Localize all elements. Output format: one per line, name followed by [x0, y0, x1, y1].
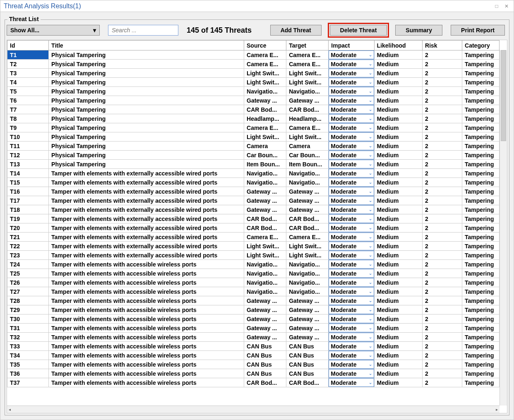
impact-dropdown[interactable]: Moderate⌄ — [329, 142, 374, 150]
cell-category: Tampering — [462, 296, 500, 305]
col-header-title[interactable]: Title — [49, 41, 244, 50]
col-header-impact[interactable]: Impact — [329, 41, 374, 50]
table-row[interactable]: T37Tamper with elements with accessible … — [7, 378, 500, 387]
table-row[interactable]: T6Physical TamperingGateway ...Gateway .… — [7, 96, 500, 105]
table-row[interactable]: T5Physical TamperingNavigatio...Navigati… — [7, 87, 500, 96]
impact-dropdown[interactable]: Moderate⌄ — [329, 178, 374, 187]
table-row[interactable]: T36Tamper with elements with accessible … — [7, 369, 500, 378]
impact-dropdown[interactable]: Moderate⌄ — [329, 50, 374, 59]
col-header-id[interactable]: Id — [7, 41, 49, 50]
table-row[interactable]: T33Tamper with elements with accessible … — [7, 342, 500, 351]
table-row[interactable]: T9Physical TamperingCamera E...Camera E.… — [7, 123, 500, 132]
search-input[interactable] — [108, 25, 178, 36]
impact-dropdown[interactable]: Moderate⌄ — [329, 378, 374, 387]
scroll-left-icon[interactable]: ◂ — [9, 407, 11, 412]
print-report-button[interactable]: Print Report — [451, 25, 505, 36]
impact-dropdown[interactable]: Moderate⌄ — [329, 187, 374, 196]
impact-dropdown[interactable]: Moderate⌄ — [329, 260, 374, 269]
impact-dropdown[interactable]: Moderate⌄ — [329, 278, 374, 287]
cell-title: Tamper with elements with accessible wir… — [49, 296, 244, 305]
impact-dropdown[interactable]: Moderate⌄ — [329, 87, 374, 96]
table-row[interactable]: T14Tamper with elements with externally … — [7, 169, 500, 178]
table-row[interactable]: T26Tamper with elements with accessible … — [7, 278, 500, 287]
table-row[interactable]: T10Physical TamperingLight Swit...Light … — [7, 132, 500, 142]
table-row[interactable]: T21Tamper with elements with externally … — [7, 233, 500, 242]
cell-category: Tampering — [462, 324, 500, 333]
table-row[interactable]: T3Physical TamperingLight Swit...Light S… — [7, 69, 500, 78]
impact-dropdown[interactable]: Moderate⌄ — [329, 69, 374, 77]
vertical-scrollbar[interactable] — [500, 50, 507, 406]
impact-dropdown[interactable]: Moderate⌄ — [329, 223, 374, 232]
table-row[interactable]: T23Tamper with elements with externally … — [7, 251, 500, 260]
close-icon[interactable]: ✕ — [503, 2, 510, 10]
impact-dropdown[interactable]: Moderate⌄ — [329, 205, 374, 214]
table-row[interactable]: T22Tamper with elements with externally … — [7, 242, 500, 251]
table-row[interactable]: T28Tamper with elements with accessible … — [7, 296, 500, 305]
impact-dropdown[interactable]: Moderate⌄ — [329, 214, 374, 223]
table-row[interactable]: T1Physical TamperingCamera E...Camera E.… — [7, 50, 500, 60]
table-row[interactable]: T31Tamper with elements with accessible … — [7, 324, 500, 333]
cell-target: Camera — [286, 142, 329, 151]
table-row[interactable]: T17Tamper with elements with externally … — [7, 196, 500, 205]
impact-dropdown[interactable]: Moderate⌄ — [329, 60, 374, 68]
table-row[interactable]: T12Physical TamperingCar Boun...Car Boun… — [7, 151, 500, 160]
vertical-scrollbar-thumb[interactable] — [501, 50, 506, 141]
impact-dropdown[interactable]: Moderate⌄ — [329, 369, 374, 378]
impact-dropdown[interactable]: Moderate⌄ — [329, 296, 374, 305]
horizontal-scrollbar[interactable]: ◂ ▸ — [7, 406, 500, 413]
table-row[interactable]: T35Tamper with elements with accessible … — [7, 360, 500, 369]
impact-dropdown[interactable]: Moderate⌄ — [329, 251, 374, 259]
col-header-likelihood[interactable]: Likelihood — [374, 41, 422, 50]
scroll-right-icon[interactable]: ▸ — [496, 407, 498, 412]
table-row[interactable]: T34Tamper with elements with accessible … — [7, 351, 500, 360]
table-row[interactable]: T8Physical TamperingHeadlamp...Headlamp.… — [7, 114, 500, 123]
col-header-target[interactable]: Target — [286, 41, 329, 50]
table-row[interactable]: T25Tamper with elements with accessible … — [7, 269, 500, 278]
table-row[interactable]: T7Physical TamperingCAR Bod...CAR Bod...… — [7, 105, 500, 114]
table-row[interactable]: T24Tamper with elements with accessible … — [7, 260, 500, 269]
col-header-category[interactable]: Category — [462, 41, 500, 50]
table-row[interactable]: T30Tamper with elements with accessible … — [7, 314, 500, 324]
impact-dropdown[interactable]: Moderate⌄ — [329, 96, 374, 105]
impact-dropdown[interactable]: Moderate⌄ — [329, 342, 374, 350]
col-header-risk[interactable]: Risk — [423, 41, 462, 50]
table-row[interactable]: T13Physical TamperingItem Boun...Item Bo… — [7, 160, 500, 169]
impact-dropdown[interactable]: Moderate⌄ — [329, 105, 374, 114]
table-row[interactable]: T11Physical TamperingCameraCameraModerat… — [7, 142, 500, 151]
impact-dropdown[interactable]: Moderate⌄ — [329, 287, 374, 296]
table-row[interactable]: T27Tamper with elements with accessible … — [7, 287, 500, 296]
table-row[interactable]: T2Physical TamperingCamera E...Camera E.… — [7, 60, 500, 69]
impact-dropdown[interactable]: Moderate⌄ — [329, 305, 374, 314]
col-header-source[interactable]: Source — [244, 41, 286, 50]
table-row[interactable]: T18Tamper with elements with externally … — [7, 205, 500, 214]
impact-dropdown[interactable]: Moderate⌄ — [329, 151, 374, 159]
add-threat-button[interactable]: Add Threat — [270, 25, 322, 36]
impact-dropdown[interactable]: Moderate⌄ — [329, 169, 374, 178]
impact-dropdown[interactable]: Moderate⌄ — [329, 160, 374, 168]
summary-button[interactable]: Summary — [395, 25, 442, 36]
table-row[interactable]: T16Tamper with elements with externally … — [7, 187, 500, 196]
impact-dropdown[interactable]: Moderate⌄ — [329, 132, 374, 141]
impact-dropdown[interactable]: Moderate⌄ — [329, 324, 374, 332]
maximize-icon[interactable]: □ — [493, 2, 500, 10]
impact-dropdown[interactable]: Moderate⌄ — [329, 269, 374, 278]
cell-likelihood: Medium — [374, 296, 422, 305]
impact-dropdown[interactable]: Moderate⌄ — [329, 351, 374, 360]
filter-dropdown[interactable]: Show All... ▾ — [7, 25, 100, 36]
impact-dropdown[interactable]: Moderate⌄ — [329, 333, 374, 341]
table-row[interactable]: T4Physical TamperingLight Swit...Light S… — [7, 78, 500, 87]
table-row[interactable]: T19Tamper with elements with externally … — [7, 214, 500, 223]
impact-dropdown[interactable]: Moderate⌄ — [329, 242, 374, 250]
impact-dropdown[interactable]: Moderate⌄ — [329, 314, 374, 323]
impact-dropdown[interactable]: Moderate⌄ — [329, 233, 374, 241]
table-row[interactable]: T29Tamper with elements with accessible … — [7, 305, 500, 314]
table-row[interactable]: T32Tamper with elements with accessible … — [7, 333, 500, 342]
impact-dropdown[interactable]: Moderate⌄ — [329, 123, 374, 132]
delete-threat-button[interactable]: Delete Threat — [330, 25, 387, 36]
impact-dropdown[interactable]: Moderate⌄ — [329, 196, 374, 205]
impact-dropdown[interactable]: Moderate⌄ — [329, 360, 374, 369]
impact-dropdown[interactable]: Moderate⌄ — [329, 78, 374, 86]
table-row[interactable]: T15Tamper with elements with externally … — [7, 178, 500, 187]
impact-dropdown[interactable]: Moderate⌄ — [329, 114, 374, 123]
table-row[interactable]: T20Tamper with elements with externally … — [7, 223, 500, 233]
